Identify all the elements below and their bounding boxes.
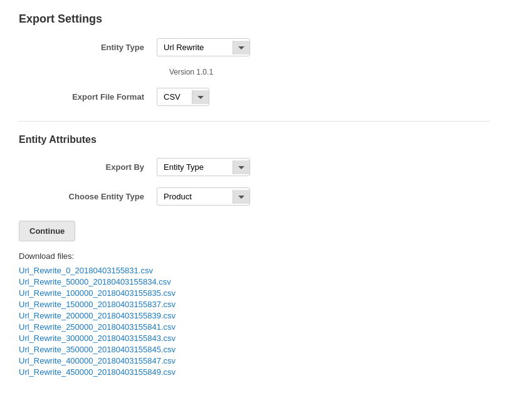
download-link[interactable]: Url_Rewrite_50000_20180403155834.csv: [19, 277, 490, 286]
export-file-format-control: CSV XML: [157, 88, 209, 106]
svg-marker-3: [238, 196, 244, 199]
export-file-format-label: Export File Format: [19, 92, 157, 102]
download-link[interactable]: Url_Rewrite_250000_20180403155841.csv: [19, 322, 490, 332]
export-by-dropdown-icon[interactable]: [233, 160, 249, 174]
entity-type-row: Entity Type Url Rewrite Product Category…: [19, 38, 490, 56]
download-link[interactable]: Url_Rewrite_400000_20180403155847.csv: [19, 356, 490, 365]
export-by-select[interactable]: Entity Type Entity ID: [157, 159, 233, 176]
entity-type-select[interactable]: Url Rewrite Product Category Customer: [157, 39, 233, 56]
chevron-down-icon: [238, 194, 244, 200]
choose-entity-type-row: Choose Entity Type Product Category: [19, 187, 490, 206]
download-link[interactable]: Url_Rewrite_150000_20180403155837.csv: [19, 300, 490, 309]
export-by-control: Entity Type Entity ID: [157, 158, 250, 176]
entity-type-select-wrapper[interactable]: Url Rewrite Product Category Customer: [157, 38, 250, 56]
entity-attributes-section: Entity Attributes Export By Entity Type …: [19, 134, 490, 206]
svg-marker-2: [238, 166, 244, 169]
download-links: Url_Rewrite_0_20180403155831.csvUrl_Rewr…: [19, 266, 490, 377]
entity-type-dropdown-icon[interactable]: [233, 41, 249, 55]
export-file-format-select-wrapper[interactable]: CSV XML: [157, 88, 209, 106]
export-settings-section: Export Settings Entity Type Url Rewrite …: [19, 13, 490, 106]
download-label: Download files:: [19, 251, 490, 261]
svg-marker-1: [197, 96, 204, 99]
choose-entity-type-label: Choose Entity Type: [19, 192, 157, 201]
export-file-format-dropdown-icon[interactable]: [192, 90, 209, 104]
export-by-row: Export By Entity Type Entity ID: [19, 158, 490, 176]
export-by-label: Export By: [19, 162, 157, 172]
entity-type-control: Url Rewrite Product Category Customer: [157, 38, 250, 56]
export-by-select-wrapper[interactable]: Entity Type Entity ID: [157, 158, 250, 176]
download-link[interactable]: Url_Rewrite_0_20180403155831.csv: [19, 266, 490, 275]
download-link[interactable]: Url_Rewrite_200000_20180403155839.csv: [19, 311, 490, 320]
export-file-format-select[interactable]: CSV XML: [157, 88, 192, 105]
version-text: Version 1.0.1: [169, 68, 490, 76]
choose-entity-type-dropdown-icon[interactable]: [233, 190, 249, 204]
download-link[interactable]: Url_Rewrite_450000_20180403155849.csv: [19, 367, 490, 377]
choose-entity-type-select-wrapper[interactable]: Product Category: [157, 187, 250, 206]
choose-entity-type-control: Product Category: [157, 187, 250, 206]
chevron-down-icon: [238, 164, 244, 171]
export-settings-title: Export Settings: [19, 13, 490, 26]
entity-type-label: Entity Type: [19, 43, 157, 52]
download-link[interactable]: Url_Rewrite_350000_20180403155845.csv: [19, 345, 490, 354]
continue-button[interactable]: Continue: [19, 221, 75, 241]
section-divider: [19, 121, 490, 122]
download-link[interactable]: Url_Rewrite_100000_20180403155835.csv: [19, 288, 490, 298]
choose-entity-type-select[interactable]: Product Category: [157, 188, 233, 205]
chevron-down-icon: [197, 94, 204, 100]
export-file-format-row: Export File Format CSV XML: [19, 88, 490, 106]
chevron-down-icon: [238, 45, 244, 51]
svg-marker-0: [238, 46, 244, 50]
download-link[interactable]: Url_Rewrite_300000_20180403155843.csv: [19, 333, 490, 343]
entity-attributes-title: Entity Attributes: [19, 134, 490, 145]
